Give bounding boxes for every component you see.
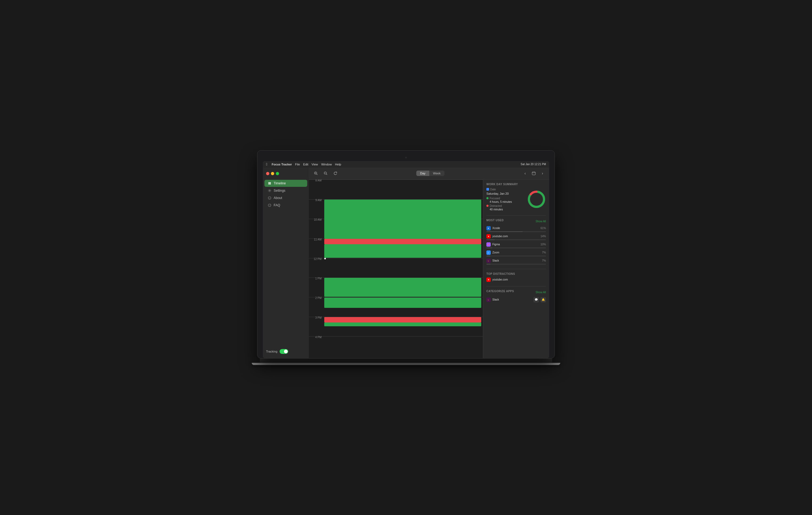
menubar-time: Sat Jan 20 12:21 PM (521, 163, 546, 166)
menu-file[interactable]: File (295, 163, 300, 166)
calendar-icon (486, 188, 489, 191)
app-usage-figma: Figma 10% (486, 242, 546, 248)
distracted-value: 40 minutes (490, 208, 525, 211)
toolbar-left (312, 170, 339, 177)
time-4pm: 4 PM (309, 335, 324, 339)
zoom-bar-bg (486, 256, 546, 256)
sidebar-footer: Tracking (263, 347, 309, 356)
sidebar-settings-label: Settings (273, 189, 285, 193)
close-button[interactable] (266, 172, 269, 175)
toggle-knob (284, 349, 288, 353)
sidebar: Timeline Settings (263, 168, 309, 358)
date-row: Date (486, 188, 525, 191)
app-usage-slack: S Slack 7% (486, 259, 546, 264)
maximize-button[interactable] (276, 172, 279, 175)
next-arrow[interactable]: › (539, 170, 546, 177)
app-slack-left: S Slack (486, 259, 499, 263)
youtube-percent: 14% (541, 235, 546, 238)
distractions-title: TOP DISTRACTIONS (486, 273, 546, 275)
sidebar-item-faq[interactable]: ? FAQ (264, 202, 307, 209)
svg-rect-2 (268, 184, 271, 184)
menu-edit[interactable]: Edit (303, 163, 308, 166)
week-button[interactable]: Week (429, 171, 444, 176)
figma-icon (486, 242, 491, 247)
menubar:  Focus Tracker File Edit View Window He… (263, 161, 549, 168)
most-used-title: MOST USED (486, 219, 504, 222)
svg-point-4 (268, 189, 271, 192)
divider-2 (486, 269, 546, 269)
most-used-show-all[interactable]: Show All (535, 220, 546, 223)
zoom-out-button[interactable] (322, 170, 329, 177)
app-figma-header: Figma 10% (486, 242, 546, 247)
right-panel: WORK DAY SUMMARY Date Saturday, Jan 20 (483, 179, 549, 358)
time-8am: 8 AM (309, 179, 324, 182)
timeline-block-red-1 (324, 239, 481, 244)
timeline-block-green-5 (324, 322, 481, 326)
top-distractions: TOP DISTRACTIONS youtube.com (486, 273, 546, 282)
refresh-button[interactable] (331, 170, 339, 177)
sidebar-item-timeline[interactable]: Timeline (264, 180, 307, 187)
faq-icon: ? (268, 203, 271, 207)
sidebar-item-about[interactable]: i About (264, 194, 307, 201)
app-zoom-header: Z Zoom 7% (486, 251, 546, 255)
youtube-name: youtube.com (492, 235, 508, 238)
categorize-slack-name: Slack (492, 298, 499, 301)
focused-value: 4 hours, 5 minutes (490, 200, 525, 203)
cat-message-btn[interactable]: 💬 (533, 297, 539, 303)
categorize-apps: CATEGORIZE APPS Show All S Slack (486, 290, 546, 303)
categorize-slack-icon: S (486, 297, 491, 302)
window-controls (263, 170, 309, 178)
apple-logo-icon:  (266, 162, 267, 166)
day-week-toggle: Day Week (416, 171, 444, 176)
figma-bar-bg (486, 248, 546, 248)
summary-header: Date Saturday, Jan 20 Focused 4 hours, 5… (486, 188, 546, 211)
summary-info: Date Saturday, Jan 20 Focused 4 hours, 5… (486, 188, 527, 211)
sidebar-item-settings[interactable]: Settings (264, 187, 307, 194)
most-used: MOST USED Show All X (486, 219, 546, 264)
app-name: Focus Tracker (272, 163, 292, 166)
timeline-block-green-2 (324, 244, 481, 258)
timeline-block-green-4 (324, 297, 481, 308)
tracking-toggle[interactable] (280, 349, 288, 354)
focused-dot (486, 197, 489, 199)
zoom-in-button[interactable] (312, 170, 320, 177)
timeline-main[interactable]: 8 AM 9 AM 10 AM 11 AM (309, 179, 483, 358)
time-9am: 9 AM (309, 198, 324, 202)
svg-rect-0 (268, 182, 271, 183)
time-10am: 10 AM (309, 217, 324, 221)
day-button[interactable]: Day (416, 171, 429, 176)
categorize-header: CATEGORIZE APPS Show All (486, 290, 546, 295)
app-youtube-header: youtube.com 14% (486, 234, 546, 238)
timeline-block-red-2 (324, 317, 481, 322)
timeline-icon (268, 181, 271, 185)
xcode-bar-fill (486, 231, 523, 232)
zoom-icon: Z (486, 251, 491, 255)
zoom-bar-fill (486, 256, 490, 256)
categorize-title: CATEGORIZE APPS (486, 290, 514, 293)
categorize-show-all[interactable]: Show All (535, 291, 546, 294)
menu-view[interactable]: View (312, 163, 318, 166)
work-day-summary: WORK DAY SUMMARY Date Saturday, Jan 20 (486, 183, 546, 211)
svg-rect-16 (532, 172, 535, 175)
svg-text:i: i (269, 197, 270, 199)
minimize-button[interactable] (271, 172, 274, 175)
svg-line-14 (326, 174, 327, 175)
menu-window[interactable]: Window (321, 163, 332, 166)
distracted-dot (486, 205, 489, 207)
time-11am: 11 AM (309, 237, 324, 241)
xcode-percent: 61% (541, 227, 546, 230)
sidebar-timeline-label: Timeline (273, 181, 286, 185)
sidebar-nav: Timeline Settings (263, 178, 309, 347)
youtube-bar-fill (486, 239, 495, 240)
svg-text:?: ? (269, 204, 270, 206)
timeline-block-green-1 (324, 200, 481, 239)
menu-items: File Edit View Window Help (295, 163, 341, 166)
menu-help[interactable]: Help (335, 163, 341, 166)
svg-point-28 (488, 244, 489, 245)
cat-bell-btn[interactable]: 🔔 (541, 297, 546, 303)
app-usage-xcode: X Xcode 61% (486, 226, 546, 232)
prev-arrow[interactable]: ‹ (522, 170, 529, 177)
work-day-title: WORK DAY SUMMARY (486, 183, 546, 186)
categorize-slack: S Slack 💬 🔔 (486, 297, 546, 303)
calendar-button[interactable] (530, 170, 537, 177)
